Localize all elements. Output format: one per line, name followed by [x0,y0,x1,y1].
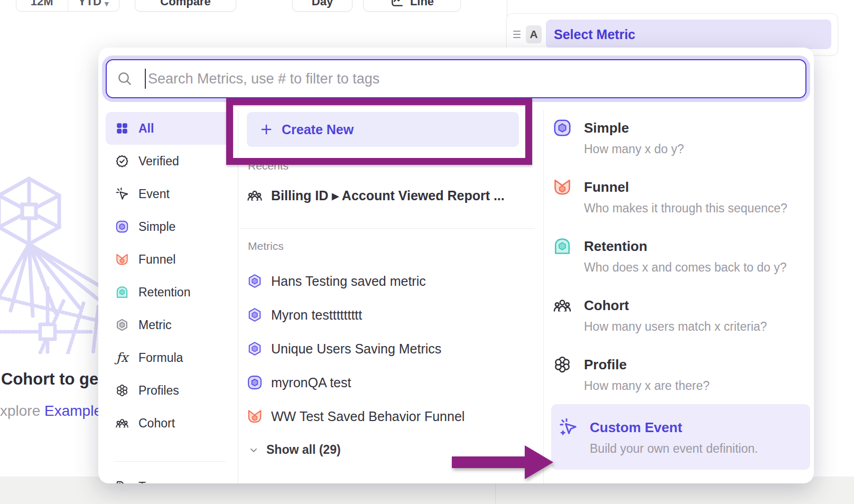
sidebar-item-profiles[interactable]: Profiles [106,374,233,407]
sidebar-item-label: Simple [138,220,175,234]
sidebar-item-label: Funnel [138,253,175,267]
text-cursor [145,69,146,89]
sidebar-item-label: Profiles [138,384,179,398]
retention-icon [553,237,572,256]
grid-icon [115,122,129,135]
simple-metric-icon [247,375,263,390]
verified-badge-icon [115,154,129,168]
sidebar-item-label: Verified [138,154,179,169]
metric-list-item[interactable]: Myron testtttttttt [247,302,535,328]
recent-item-label: Billing ID ▸ Account Viewed Report ... [271,188,505,203]
recents-metrics-separator [240,228,535,229]
metric-list-item[interactable]: myronQA test [247,370,535,395]
background-wireframe-illustration [0,174,100,354]
metric-hexagon-icon [247,273,263,289]
show-all-toggle[interactable]: Show all (29) [248,443,341,457]
metric-list-item[interactable]: WW Test Saved Behavior Funnel [247,404,535,429]
sidebar-section-divider [114,461,226,462]
metrics-header: Metrics [248,240,284,253]
sidebar-item-label: Retention [138,285,190,300]
select-metric-button[interactable]: Select Metric [546,20,831,49]
chevron-down-icon [248,445,259,455]
range-ytd-button[interactable]: YTD▾ [68,0,119,11]
app-root: Cohort to ge xplore Example 12M YTD▾ Com… [0,0,854,504]
date-range-segmented-control: 12M YTD▾ [16,0,119,12]
compare-button[interactable]: Compare [135,0,236,12]
chevron-down-icon: ▾ [105,0,109,8]
custom-event-icon [559,418,578,437]
sidebar-item-metric[interactable]: Metric [106,309,233,341]
search-input[interactable] [147,70,805,88]
drag-handle-icon[interactable] [513,31,521,38]
search-bar [106,59,806,98]
sidebar-item-all[interactable]: All [106,112,233,145]
metric-list-item[interactable]: Hans Testing saved metric [247,268,535,294]
cohort-people-icon [247,188,263,203]
tag-icon [115,480,129,483]
columns-divider [543,110,544,483]
funnel-icon [247,408,263,424]
metric-hexagon-icon [247,341,263,357]
series-a-badge: A [526,25,542,43]
annotation-arrow [452,441,553,483]
type-cohort[interactable]: Cohort How many users match x criteria? [553,296,810,334]
sidebar-item-simple[interactable]: Simple [106,210,233,243]
funnel-icon [115,253,129,266]
metric-list-item[interactable]: Unique Users Saving Metrics [247,336,535,361]
background-explore-text: xplore Example [0,403,102,419]
sidebar-item-tags[interactable]: T [106,470,233,483]
explore-prefix: xplore [0,403,40,419]
type-profile[interactable]: Profile How many x are there? [553,355,810,393]
type-simple[interactable]: Simple How many x do y? [553,118,810,156]
profiles-flower-icon [115,384,129,397]
example-link[interactable]: Example [44,403,102,419]
metric-hexagon-icon [247,307,263,323]
metric-hexagon-icon [115,318,129,332]
sidebar-item-formula[interactable]: ƒx Formula [106,341,233,374]
type-retention[interactable]: Retention Who does x and comes back to d… [553,237,810,275]
simple-metric-icon [553,118,572,137]
sidebar-item-label: All [138,122,154,136]
sidebar-item-verified[interactable]: Verified [106,145,233,178]
simple-metric-icon [115,220,129,234]
sidebar-item-label: Cohort [138,416,175,431]
type-custom-event[interactable]: Custom Event Build your own event defini… [551,404,810,470]
sidebar-item-cohort[interactable]: Cohort [106,407,233,440]
cohort-people-icon [553,296,572,315]
sidebar-item-label: T [138,480,146,484]
sidebar-item-label: Event [138,187,170,201]
line-chart-icon [390,0,404,8]
recent-item[interactable]: Billing ID ▸ Account Viewed Report ... [247,184,532,207]
sidebar-item-label: Formula [138,351,183,365]
day-button[interactable]: Day [292,0,352,12]
type-funnel[interactable]: Funnel Who makes it through this sequenc… [553,178,810,216]
line-chart-type-button[interactable]: Line [363,0,461,12]
sidebar-item-label: Metric [138,318,172,332]
sidebar-item-funnel[interactable]: Funnel [106,243,233,276]
funnel-icon [553,178,572,197]
profiles-flower-icon [553,355,572,374]
background-heading-fragment: Cohort to ge [1,370,98,389]
search-icon [116,70,133,87]
sidebar-item-event[interactable]: Event [106,178,233,210]
retention-icon [115,285,129,299]
sidebar-divider [238,110,238,483]
annotation-highlight-box [226,98,532,165]
range-12m-button[interactable]: 12M [16,0,68,11]
formula-fx-icon: ƒx [115,350,129,365]
event-cursor-icon [115,187,129,201]
cohort-people-icon [115,416,129,430]
sidebar-item-retention[interactable]: Retention [106,276,233,309]
